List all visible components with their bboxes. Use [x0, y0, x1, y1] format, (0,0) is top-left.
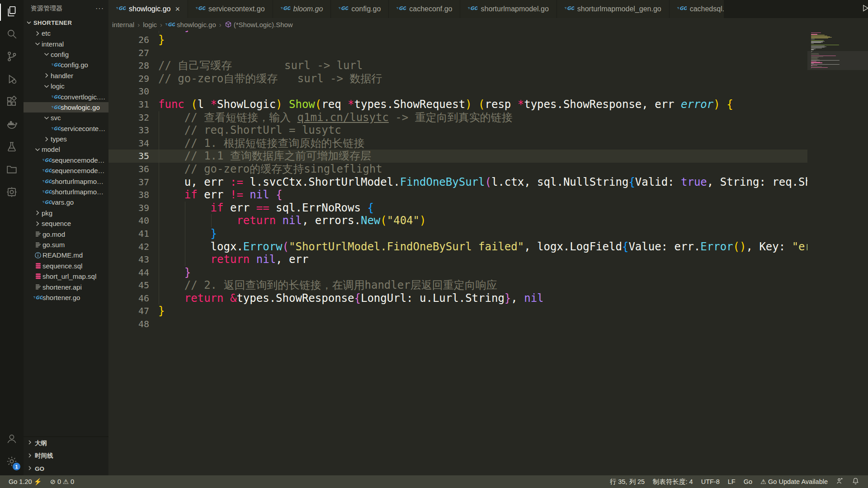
tree-file-shortener.api[interactable]: shortener.api — [24, 282, 108, 292]
code-line-35: 35 // 1.1 查询数据库之前可增加缓存层 — [108, 150, 868, 163]
list-file-icon — [33, 230, 42, 238]
tree-file-servicecontext.go[interactable]: GOservicecontext.go — [24, 123, 108, 134]
activity-go-tools-button[interactable] — [0, 182, 24, 204]
code-line-41: 41 } — [108, 227, 868, 240]
indent-guide — [159, 279, 159, 292]
indent-guide — [159, 292, 159, 305]
tree-folder-sequence[interactable]: sequence — [24, 218, 108, 229]
sidebar-section-时间线[interactable]: 时间线 — [24, 450, 108, 463]
line-number: 35 — [108, 150, 149, 163]
status-language-mode[interactable]: Go — [740, 475, 756, 488]
tree-folder-svc[interactable]: svc — [24, 113, 108, 123]
activity-search-button[interactable] — [0, 23, 24, 46]
tab-bloom.go[interactable]: GObloom.go — [273, 0, 331, 18]
status-go-update[interactable]: ⚠ Go Update Available — [756, 475, 832, 488]
tree-folder-etc[interactable]: etc — [24, 28, 108, 38]
indent-guide — [211, 214, 212, 227]
close-tab-icon[interactable]: × — [175, 5, 180, 13]
tree-file-sequencemodel.go[interactable]: GOsequencemodel.go — [24, 165, 108, 176]
tree-file-README.md[interactable]: README.md — [24, 250, 108, 260]
activity-source-control-button[interactable] — [0, 46, 24, 69]
svg-text:GO: GO — [45, 200, 52, 205]
tree-file-shorturlmap.sql[interactable]: short_url_map.sql — [24, 271, 108, 282]
tree-file-sequencemodelgen.go[interactable]: GOsequencemodel_gen.go — [24, 155, 108, 165]
line-number: 44 — [108, 266, 149, 279]
line-number: 33 — [108, 124, 149, 137]
tree-file-shorturlmapmodel.go[interactable]: GOshorturlmapmodel.go — [24, 187, 108, 197]
tree-file-shorturlmapmodelgen.go[interactable]: GOshorturlmapmodel_gen.go — [24, 176, 108, 186]
tree-folder-model[interactable]: model — [24, 144, 108, 155]
scm-icon — [6, 51, 18, 64]
status-encoding[interactable]: UTF-8 — [697, 475, 724, 488]
tab-cachedsql.go[interactable]: GOcachedsql.go — [670, 0, 724, 18]
status-feedback[interactable] — [832, 475, 848, 488]
tab-shorturlmapmodel.go[interactable]: GOshorturlmapmodel.go — [460, 0, 556, 18]
activity-docker-button[interactable] — [0, 114, 24, 136]
indent-guide — [159, 150, 159, 163]
tab-showlogic.go[interactable]: GOshowlogic.go× — [108, 0, 188, 18]
tree-folder-internal[interactable]: internal — [24, 38, 108, 49]
tree-folder-config[interactable]: config — [24, 49, 108, 60]
breadcrumb-item-showlogic.go[interactable]: GOshowlogic.go — [165, 21, 216, 28]
tab-servicecontext.go[interactable]: GOservicecontext.go — [188, 0, 273, 18]
sidebar-section-大纲[interactable]: 大纲 — [24, 437, 108, 450]
activity-accounts-button[interactable] — [0, 428, 24, 451]
project-section-header[interactable]: SHORTENER — [24, 17, 108, 28]
tree-folder-logic[interactable]: logic — [24, 81, 108, 91]
code-editor[interactable]: 25 }26}2728// 自己写缓存 surl -> lurl29// go-… — [108, 31, 868, 475]
tree-folder-types[interactable]: types — [24, 134, 108, 144]
explorer-more-button[interactable]: ··· — [95, 5, 104, 13]
tab-shorturlmapmodel_gen.go[interactable]: GOshorturlmapmodel_gen.go — [557, 0, 669, 18]
tree-folder-handler[interactable]: handler — [24, 70, 108, 81]
flask-icon — [6, 141, 18, 155]
status-problems[interactable]: ⊘ 0 ⚠ 0 — [46, 475, 78, 488]
activity-remote-explorer-button[interactable] — [0, 159, 24, 182]
breadcrumb-item-logic[interactable]: logic — [143, 21, 157, 28]
breadcrumb-item-internal[interactable]: internal — [112, 21, 134, 28]
status-notifications[interactable] — [848, 475, 863, 488]
explorer-sidebar: 资源管理器 ··· SHORTENER etcinternalconfigGOc… — [24, 0, 108, 475]
person-icon — [836, 477, 844, 486]
breadcrumb-separator: › — [160, 21, 162, 28]
chevron-right-icon — [42, 71, 51, 80]
search-icon — [6, 28, 18, 42]
minimap-slider[interactable] — [807, 51, 868, 70]
tree-file-showlogic.go[interactable]: GOshowlogic.go — [24, 102, 108, 113]
activity-extensions-button[interactable] — [0, 91, 24, 114]
activity-run-debug-button[interactable] — [0, 69, 24, 91]
code-line-47: 47} — [108, 305, 868, 318]
indent-guide — [159, 137, 159, 150]
code-line-39: 39 if err == sql.ErrNoRows { — [108, 202, 868, 215]
line-number: 45 — [108, 279, 149, 292]
tree-folder-pkg[interactable]: pkg — [24, 208, 108, 218]
status-eol[interactable]: LF — [724, 475, 740, 488]
chevron-down-icon — [25, 19, 33, 26]
breadcrumb-item-ShowLogic.Show[interactable]: (*ShowLogic).Show — [225, 21, 293, 28]
line-number: 46 — [108, 292, 149, 305]
tab-config.go[interactable]: GOconfig.go — [331, 0, 388, 18]
tabs: GOshowlogic.go×GOservicecontext.goGObloo… — [108, 0, 724, 18]
go-icon: GO — [165, 22, 175, 28]
tree-file-sequence.sql[interactable]: sequence.sql — [24, 261, 108, 271]
status-go-version[interactable]: Go 1.20 ⚡ — [5, 475, 46, 488]
sidebar-section-GO[interactable]: GO — [24, 463, 108, 476]
tree-file-shortener.go[interactable]: GOshortener.go — [24, 292, 108, 303]
minimap[interactable] — [807, 31, 868, 475]
line-number: 26 — [108, 33, 149, 47]
tree-file-vars.go[interactable]: GOvars.go — [24, 197, 108, 207]
activity-explorer-button[interactable] — [0, 1, 24, 23]
activity-settings-button[interactable]: 1 — [0, 451, 24, 474]
chevron-right-icon — [26, 465, 35, 473]
status-cursor-position[interactable]: 行 35, 列 25 — [606, 475, 649, 488]
run-button[interactable] — [861, 3, 868, 15]
chevron-down-icon — [42, 50, 51, 58]
go-file-icon: GO — [52, 94, 61, 100]
tree-file-go.sum[interactable]: go.sum — [24, 239, 108, 250]
tree-file-config.go[interactable]: GOconfig.go — [24, 60, 108, 70]
tree-file-convertlogic.go[interactable]: GOconvertlogic.go — [24, 91, 108, 102]
tab-cacheconf.go[interactable]: GOcacheconf.go — [389, 0, 460, 18]
tree-file-go.mod[interactable]: go.mod — [24, 229, 108, 239]
code-line-46: 46 return &types.ShowResponse{LongUrl: u… — [108, 292, 868, 305]
activity-testing-button[interactable] — [0, 136, 24, 159]
status-indentation[interactable]: 制表符长度: 4 — [649, 475, 697, 488]
